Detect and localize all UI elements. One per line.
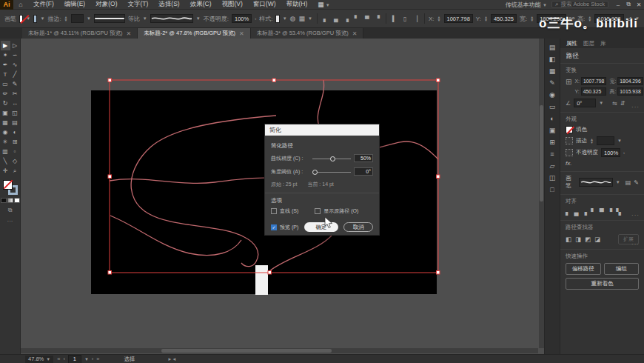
opacity-options-arrow[interactable]: ›	[623, 150, 625, 155]
checkbox-unchecked[interactable]	[315, 208, 321, 214]
stock-search-input[interactable]: ⌕ 搜索 Adobe Stock	[551, 1, 608, 8]
last-artboard-button[interactable]: »	[96, 356, 99, 362]
vscroll-thumb[interactable]	[540, 105, 543, 202]
home-icon[interactable]: ⌂	[13, 1, 28, 8]
tab-libraries[interactable]: 库	[600, 40, 606, 47]
asset-export-panel-icon[interactable]: □	[550, 187, 554, 193]
distribute-right-icon[interactable]: ▕	[412, 16, 420, 22]
brush-definition-dropdown[interactable]	[150, 14, 193, 23]
gradient-tool[interactable]: ▤	[10, 118, 20, 127]
swatches-panel-icon[interactable]: ▦	[549, 68, 556, 75]
fx-icon[interactable]: fx.	[566, 160, 571, 167]
stroke-weight-stepper[interactable]: ▲▼	[64, 16, 68, 21]
align-hcenter-icon[interactable]: ▗	[583, 208, 588, 216]
scale-tool[interactable]: ↔	[10, 99, 20, 108]
curve-precision-value[interactable]: 50%	[354, 154, 373, 162]
align-hcenter-icon[interactable]: ▄	[332, 16, 340, 22]
color-panel-icon[interactable]: ▤	[549, 44, 556, 51]
align-left-icon[interactable]: ▄	[574, 208, 579, 216]
align-top-icon[interactable]: ▀	[600, 208, 604, 216]
menu-effect[interactable]: 效果(C)	[185, 0, 217, 9]
group-button[interactable]: 编组	[604, 263, 640, 275]
color-mode-button[interactable]	[1, 198, 7, 203]
artboard-tool[interactable]: ▥	[1, 147, 10, 156]
document-setup-icon[interactable]: ◍	[290, 15, 296, 22]
menu-type[interactable]: 文字(T)	[122, 0, 153, 9]
line-segment-tool[interactable]: ╱	[10, 70, 20, 79]
lasso-tool[interactable]: ∽	[10, 50, 20, 60]
opacity-field[interactable]: 100%	[232, 14, 252, 23]
panel-width-field[interactable]: 1804.296	[617, 77, 643, 85]
rectangle-tool[interactable]: ▭	[1, 79, 10, 89]
reference-point-icon[interactable]: ⊞	[566, 77, 571, 87]
style-swatch[interactable]	[275, 15, 279, 23]
menu-select[interactable]: 选择(S)	[153, 0, 184, 9]
tab-layers[interactable]: 图层	[583, 40, 594, 47]
menu-window[interactable]: 窗口(W)	[248, 0, 281, 9]
toolbar-more-icon[interactable]: ···	[7, 218, 13, 224]
close-button[interactable]: ✕	[634, 1, 644, 8]
paintbrush-tool[interactable]: ✎	[10, 79, 20, 89]
shape-builder-tool[interactable]: ╲	[1, 156, 10, 166]
distribute-center-icon[interactable]: ▯	[401, 16, 409, 22]
document-tab-3[interactable]: 未标题-3* @ 53.4% (RGB/GPU 预览) ✕	[251, 28, 364, 39]
app-logo[interactable]: Ai	[0, 0, 13, 10]
pathfinder-intersect-icon[interactable]: ◩	[585, 236, 591, 243]
curve-precision-slider[interactable]	[312, 156, 351, 161]
appearance-panel-icon[interactable]: ⊞	[549, 139, 555, 146]
tab-close-icon[interactable]: ✕	[127, 30, 132, 37]
stroke-panel-icon[interactable]: ▭	[549, 104, 556, 110]
flip-horizontal-icon[interactable]: ⇋	[612, 100, 617, 107]
zoom-level-dropdown[interactable]: 47.8% ▼	[25, 356, 53, 363]
panel-height-field[interactable]: 1015.938	[617, 87, 643, 96]
direct-selection-tool[interactable]: ▷	[10, 41, 20, 50]
checkbox-checked[interactable]: ✓	[271, 224, 277, 230]
panel-brush-dropdown[interactable]	[579, 178, 613, 187]
curvature-tool[interactable]: ∿	[10, 60, 20, 70]
distribute-left-icon[interactable]: ▍	[391, 16, 399, 22]
align-bottom-icon[interactable]: ▝	[373, 16, 381, 22]
artboards-panel-icon[interactable]: ◫	[549, 175, 556, 182]
scissors-tool[interactable]: ✂	[10, 89, 20, 99]
straight-lines-checkbox[interactable]: 直线 (S)	[271, 207, 298, 215]
align-right-icon[interactable]: ▘	[591, 208, 596, 216]
mesh-tool[interactable]: ▦	[1, 118, 10, 127]
arrange-documents-icon[interactable]: ▦ ▼	[312, 1, 335, 8]
magic-wand-tool[interactable]: ✶	[1, 50, 10, 60]
fill-swatch[interactable]	[19, 15, 23, 23]
menu-help[interactable]: 帮助(H)	[281, 0, 313, 9]
cancel-button[interactable]: 取消	[343, 222, 373, 232]
slice-tool[interactable]: ▫	[10, 147, 20, 156]
restore-button[interactable]: ⧉	[623, 1, 634, 8]
tab-close-icon[interactable]: ✕	[239, 30, 244, 37]
slider-knob[interactable]	[330, 156, 335, 161]
draw-mode-icon[interactable]: ⧉	[8, 207, 13, 214]
x-field[interactable]: 1007.798	[444, 14, 473, 23]
opacity-more-arrow[interactable]: ›	[255, 16, 256, 21]
blend-tool[interactable]: ◐	[10, 127, 20, 137]
align-top-icon[interactable]: ▘	[352, 16, 360, 22]
horizontal-scrollbar[interactable]	[21, 348, 538, 353]
y-field[interactable]: 450.325	[491, 14, 517, 23]
minimize-button[interactable]: –	[613, 1, 623, 8]
status-expand-arrows[interactable]: ▸ ◂	[169, 356, 176, 362]
panel-opacity-field[interactable]: 100%	[601, 148, 620, 157]
hand-tool[interactable]: ✛	[1, 166, 10, 176]
align-left-icon[interactable]: ▖	[321, 16, 329, 22]
symbols-panel-icon[interactable]: ◉	[549, 92, 555, 99]
vertical-scrollbar[interactable]	[539, 39, 544, 348]
ok-button[interactable]: 确定	[304, 222, 338, 232]
selection-tool[interactable]: ▶	[1, 41, 10, 50]
offset-path-button[interactable]: 偏移路径	[566, 263, 601, 275]
align-more-options[interactable]: ···	[631, 212, 640, 219]
graphic-styles-panel-icon[interactable]: ≡	[550, 151, 554, 158]
angle-threshold-value[interactable]: 0°	[354, 167, 373, 176]
menu-file[interactable]: 文件(F)	[28, 0, 59, 9]
none-mode-button[interactable]	[14, 198, 20, 203]
gradient-mode-button[interactable]	[7, 198, 13, 203]
preferences-grid-icon[interactable]: ▦	[298, 15, 305, 22]
type-tool[interactable]: T	[1, 70, 10, 79]
document-tab-2-active[interactable]: 未标题-2* @ 47.8% (RGB/GPU 预览) ✕	[138, 28, 251, 39]
pen-tool[interactable]: ✒	[1, 60, 10, 70]
align-right-icon[interactable]: ▗	[342, 16, 350, 22]
